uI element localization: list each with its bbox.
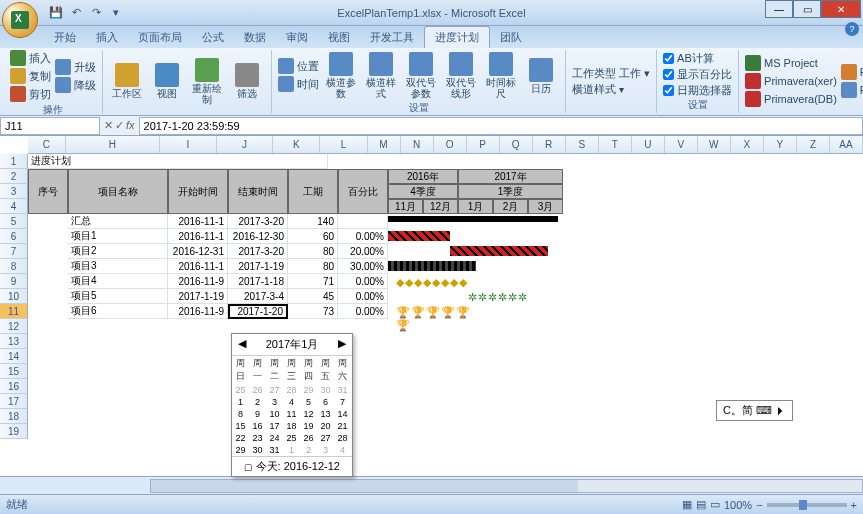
header-month[interactable]: 12月 bbox=[423, 199, 458, 214]
cell-end[interactable]: 2017-3-20 bbox=[228, 214, 288, 229]
plan-title[interactable]: 进度计划 bbox=[28, 154, 328, 169]
show-pct-check[interactable]: 显示百分比 bbox=[663, 67, 732, 82]
cell-dur[interactable]: 45 bbox=[288, 289, 338, 304]
help-button[interactable]: ? bbox=[845, 22, 859, 36]
column-header[interactable]: W bbox=[698, 136, 731, 153]
row-header[interactable]: 16 bbox=[0, 379, 28, 394]
column-header[interactable]: Z bbox=[797, 136, 830, 153]
column-header[interactable]: L bbox=[320, 136, 367, 153]
cell-name[interactable]: 汇总 bbox=[68, 214, 168, 229]
column-header[interactable]: U bbox=[632, 136, 665, 153]
ribbon-tab-1[interactable]: 插入 bbox=[86, 27, 128, 48]
column-header[interactable]: O bbox=[434, 136, 467, 153]
cell-name[interactable]: 项目3 bbox=[68, 259, 168, 274]
cell-end[interactable]: 2017-1-20 bbox=[228, 304, 288, 319]
header-month[interactable]: 2月 bbox=[493, 199, 528, 214]
column-header[interactable]: R bbox=[533, 136, 566, 153]
qat-save-icon[interactable]: 💾 bbox=[48, 5, 64, 21]
aoa-params-button[interactable]: 双代号参数 bbox=[403, 50, 439, 101]
dp-day[interactable]: 27 bbox=[266, 384, 283, 396]
header-2017[interactable]: 2017年 bbox=[458, 169, 563, 184]
office-button[interactable] bbox=[2, 2, 38, 38]
ribbon-tab-6[interactable]: 视图 bbox=[318, 27, 360, 48]
name-box[interactable]: J11 bbox=[0, 117, 100, 135]
dp-day[interactable]: 7 bbox=[334, 396, 351, 408]
cell-end[interactable]: 2017-3-20 bbox=[228, 244, 288, 259]
header-seq[interactable]: 序号 bbox=[28, 169, 68, 214]
cut-button[interactable]: 剪切 bbox=[10, 86, 51, 103]
cell-pct[interactable]: 0.00% bbox=[338, 274, 388, 289]
cell-pct[interactable]: 0.00% bbox=[338, 289, 388, 304]
barstyle-dropdown[interactable]: 横道样式 ▾ bbox=[572, 82, 650, 97]
copy-button[interactable]: 复制 bbox=[10, 68, 51, 85]
qat-redo-icon[interactable]: ↷ bbox=[88, 5, 104, 21]
column-header[interactable]: H bbox=[66, 136, 160, 153]
cell-dur[interactable]: 140 bbox=[288, 214, 338, 229]
column-header[interactable]: AA bbox=[830, 136, 863, 153]
row-header[interactable]: 11 bbox=[0, 304, 28, 319]
cell-pct[interactable]: 0.00% bbox=[338, 229, 388, 244]
dp-day[interactable]: 12 bbox=[300, 408, 317, 420]
fx-icon[interactable]: fx bbox=[126, 119, 135, 132]
dp-day[interactable]: 25 bbox=[283, 432, 300, 444]
row-header[interactable]: 10 bbox=[0, 289, 28, 304]
cell-name[interactable]: 项目2 bbox=[68, 244, 168, 259]
formula-bar[interactable]: 2017-1-20 23:59:59 bbox=[139, 117, 863, 135]
dp-day[interactable]: 4 bbox=[283, 396, 300, 408]
header-month[interactable]: 11月 bbox=[388, 199, 423, 214]
header-start[interactable]: 开始时间 bbox=[168, 169, 228, 214]
calendar-button[interactable]: 日历 bbox=[523, 56, 559, 96]
worktype-dropdown[interactable]: 工作类型 工作 ▾ bbox=[572, 66, 650, 81]
row-header[interactable]: 3 bbox=[0, 184, 28, 199]
dp-day[interactable]: 1 bbox=[283, 444, 300, 456]
redraw-button[interactable]: 重新绘制 bbox=[189, 56, 225, 107]
header-pct[interactable]: 百分比 bbox=[338, 169, 388, 214]
cell-dur[interactable]: 71 bbox=[288, 274, 338, 289]
planner-link[interactable]: Planner bbox=[841, 82, 863, 99]
datepicker-check[interactable]: 日期选择器 bbox=[663, 83, 732, 98]
dp-day[interactable]: 4 bbox=[334, 444, 351, 456]
zoom-value[interactable]: 100% bbox=[724, 499, 752, 511]
view-layout-icon[interactable]: ▤ bbox=[696, 498, 706, 511]
dp-day[interactable]: 9 bbox=[249, 408, 266, 420]
promote-button[interactable]: 升级 bbox=[55, 59, 96, 76]
gantt-bar[interactable] bbox=[450, 246, 548, 256]
gantt-bar[interactable]: 🏆🏆🏆🏆🏆🏆 bbox=[396, 306, 473, 316]
datepicker-today[interactable]: ▢ 今天: 2016-12-12 bbox=[232, 456, 352, 476]
header-month[interactable]: 1月 bbox=[458, 199, 493, 214]
dp-day[interactable]: 28 bbox=[283, 384, 300, 396]
cell-pct[interactable] bbox=[338, 214, 388, 229]
view-button[interactable]: 视图 bbox=[149, 61, 185, 101]
dp-day[interactable]: 29 bbox=[232, 444, 249, 456]
dp-day[interactable]: 25 bbox=[232, 384, 249, 396]
dp-day[interactable]: 23 bbox=[249, 432, 266, 444]
cell-pct[interactable]: 20.00% bbox=[338, 244, 388, 259]
close-button[interactable]: ✕ bbox=[821, 0, 861, 18]
dp-day[interactable]: 28 bbox=[334, 432, 351, 444]
column-header[interactable]: V bbox=[665, 136, 698, 153]
dp-day[interactable]: 2 bbox=[300, 444, 317, 456]
column-header[interactable]: J bbox=[217, 136, 274, 153]
dp-day[interactable]: 10 bbox=[266, 408, 283, 420]
qat-dropdown-icon[interactable]: ▾ bbox=[108, 5, 124, 21]
demote-button[interactable]: 降级 bbox=[55, 77, 96, 94]
dp-day[interactable]: 31 bbox=[266, 444, 283, 456]
dp-day[interactable]: 16 bbox=[249, 420, 266, 432]
header-name[interactable]: 项目名称 bbox=[68, 169, 168, 214]
cell-name[interactable]: 项目6 bbox=[68, 304, 168, 319]
dp-day[interactable]: 20 bbox=[317, 420, 334, 432]
cell-dur[interactable]: 80 bbox=[288, 244, 338, 259]
zoom-out-icon[interactable]: − bbox=[756, 499, 762, 511]
dp-day[interactable]: 5 bbox=[300, 396, 317, 408]
cell-pct[interactable]: 0.00% bbox=[338, 304, 388, 319]
dp-day[interactable]: 27 bbox=[317, 432, 334, 444]
ribbon-tab-8[interactable]: 进度计划 bbox=[424, 26, 490, 48]
workarea-button[interactable]: 工作区 bbox=[109, 61, 145, 101]
date-picker-popup[interactable]: ◀2017年1月▶ 周日周一周二周三周四周五周六2526272829303112… bbox=[231, 333, 353, 477]
gantt-bar[interactable]: ◆◆◆◆◆◆◆◆ bbox=[396, 276, 468, 286]
row-header[interactable]: 1 bbox=[0, 154, 28, 169]
cancel-icon[interactable]: ✕ bbox=[104, 119, 113, 132]
ribbon-tab-7[interactable]: 开发工具 bbox=[360, 27, 424, 48]
position-button[interactable]: 位置 bbox=[278, 58, 319, 75]
cell-name[interactable]: 项目5 bbox=[68, 289, 168, 304]
